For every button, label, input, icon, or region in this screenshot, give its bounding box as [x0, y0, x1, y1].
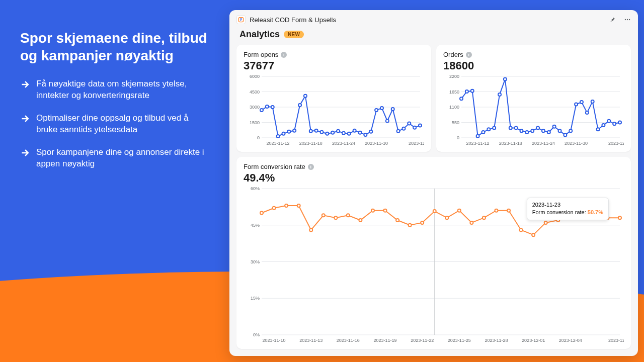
svg-point-120: [322, 214, 325, 217]
svg-point-115: [260, 212, 263, 215]
svg-point-118: [297, 204, 300, 207]
svg-text:30%: 30%: [251, 259, 260, 264]
svg-text:2023-11-16: 2023-11-16: [337, 338, 360, 343]
svg-point-72: [504, 78, 507, 81]
svg-point-124: [371, 209, 374, 212]
svg-point-68: [481, 131, 485, 134]
svg-text:2023-12-08: 2023-12-08: [608, 338, 624, 343]
info-icon[interactable]: i: [466, 52, 472, 58]
svg-point-76: [525, 131, 528, 134]
svg-point-92: [613, 122, 616, 125]
tooltip-date: 2023-11-23: [532, 201, 603, 209]
svg-text:1100: 1100: [449, 105, 459, 110]
app-name: Releasit COD Form & Upsells: [250, 16, 336, 24]
svg-point-31: [326, 132, 329, 135]
more-icon[interactable]: [624, 16, 631, 23]
svg-point-137: [532, 233, 535, 236]
svg-point-66: [471, 89, 474, 93]
svg-point-46: [408, 122, 411, 125]
svg-point-77: [531, 129, 534, 132]
svg-text:2023-11-22: 2023-11-22: [411, 338, 434, 343]
svg-text:2023-11-30: 2023-11-30: [365, 141, 388, 146]
svg-point-45: [402, 127, 405, 130]
svg-point-22: [277, 135, 280, 138]
svg-point-134: [495, 209, 498, 212]
panel-header: Releasit COD Form & Upsells: [229, 10, 638, 27]
svg-point-117: [285, 204, 288, 207]
svg-point-79: [542, 129, 545, 132]
svg-point-39: [369, 130, 372, 133]
svg-point-41: [380, 107, 383, 110]
svg-text:2023-11-25: 2023-11-25: [448, 338, 471, 343]
svg-point-30: [320, 131, 323, 134]
conversion-label: Form conversion rate: [244, 163, 305, 170]
svg-point-85: [575, 103, 578, 106]
svg-point-116: [273, 207, 276, 210]
svg-point-122: [347, 214, 350, 217]
promo-copy: Spor skjemaene dine, tilbud og kampanjer…: [20, 29, 211, 170]
svg-point-70: [493, 127, 496, 130]
svg-point-129: [433, 210, 436, 213]
svg-point-136: [520, 228, 523, 231]
svg-text:4500: 4500: [250, 89, 260, 95]
svg-point-121: [334, 216, 337, 219]
orders-chart[interactable]: 05501100165022002023-11-122023-11-182023…: [443, 72, 624, 148]
svg-point-131: [458, 209, 461, 212]
svg-point-21: [271, 106, 274, 109]
svg-point-40: [375, 109, 378, 112]
svg-point-48: [419, 124, 422, 127]
svg-point-34: [342, 132, 345, 135]
svg-point-73: [509, 127, 512, 130]
svg-point-71: [498, 93, 501, 96]
promo-headline: Spor skjemaene dine, tilbud og kampanjer…: [20, 29, 211, 64]
svg-point-28: [309, 130, 312, 133]
info-icon[interactable]: i: [308, 164, 314, 170]
svg-point-130: [445, 216, 448, 219]
svg-text:2023-11-24: 2023-11-24: [532, 141, 555, 146]
svg-text:2023-11-13: 2023-11-13: [299, 338, 323, 343]
svg-point-82: [558, 129, 561, 132]
orders-card: Orders i 18600 05501100165022002023-11-1…: [436, 45, 631, 152]
svg-point-42: [386, 119, 389, 122]
svg-point-3: [629, 19, 630, 20]
svg-text:2023-11-24: 2023-11-24: [332, 141, 355, 146]
arrow-right-icon: [20, 79, 30, 89]
svg-point-44: [397, 130, 400, 133]
svg-point-123: [359, 219, 362, 222]
svg-text:2023-11-12: 2023-11-12: [267, 141, 290, 146]
svg-point-144: [618, 216, 621, 219]
svg-point-127: [409, 224, 412, 227]
pin-icon[interactable]: [609, 16, 616, 23]
form-opens-chart[interactable]: 015003000450060002023-11-122023-11-18202…: [244, 72, 424, 148]
svg-text:2023-11-18: 2023-11-18: [299, 141, 323, 146]
svg-point-38: [364, 133, 367, 136]
svg-point-20: [266, 105, 269, 108]
app-logo-icon: [236, 15, 246, 24]
svg-text:0: 0: [457, 135, 459, 140]
svg-point-89: [597, 128, 600, 131]
promo-bullets: Få nøyaktige data om skjemaets ytelse, i…: [20, 78, 211, 170]
svg-point-43: [391, 108, 394, 111]
svg-point-33: [337, 130, 340, 133]
bullet-text: Få nøyaktige data om skjemaets ytelse, i…: [36, 78, 211, 102]
svg-text:2023-11-28: 2023-11-28: [485, 338, 508, 343]
svg-point-126: [396, 219, 399, 222]
svg-point-125: [384, 209, 387, 212]
conversion-card: Form conversion rate i 49.4% 0%15%30%45%…: [236, 157, 631, 349]
orders-label: Orders: [443, 51, 463, 58]
info-icon[interactable]: i: [281, 52, 287, 58]
svg-point-67: [476, 135, 479, 138]
svg-text:2023-11-19: 2023-11-19: [373, 338, 396, 343]
svg-text:6000: 6000: [250, 74, 260, 79]
svg-text:2023-12-01: 2023-12-01: [522, 338, 545, 343]
svg-text:550: 550: [452, 120, 459, 125]
orders-value: 18600: [443, 59, 624, 72]
svg-point-74: [515, 127, 518, 130]
svg-point-24: [287, 130, 290, 133]
svg-text:15%: 15%: [251, 296, 260, 301]
svg-point-32: [331, 131, 334, 134]
svg-text:2023-11-10: 2023-11-10: [263, 338, 286, 343]
svg-point-81: [553, 125, 556, 128]
svg-point-1: [625, 19, 626, 20]
svg-text:60%: 60%: [251, 186, 260, 191]
